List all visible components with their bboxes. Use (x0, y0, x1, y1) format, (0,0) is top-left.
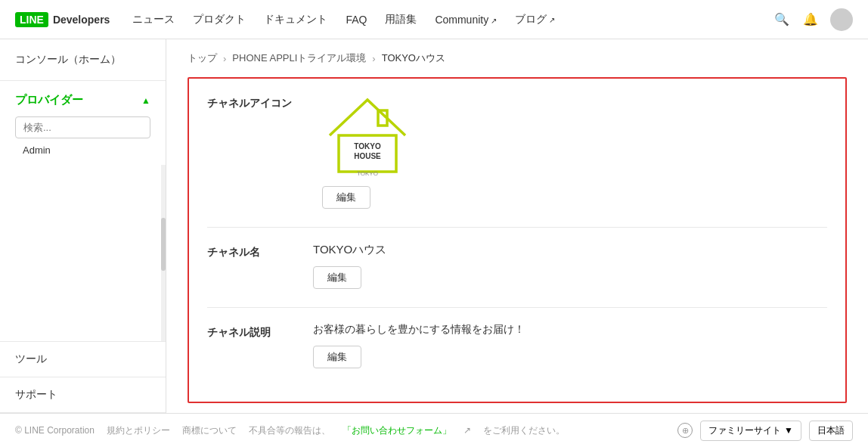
channel-name-content: TOKYOハウス 編集 (313, 243, 386, 289)
main-content: トップ › PHONE APPLIトライアル環境 › TOKYOハウス チャネル… (166, 39, 868, 413)
footer: © LINE Corporation 規約とポリシー 商標について 不具合等の報… (0, 413, 868, 447)
globe-icon[interactable]: ⊕ (677, 423, 693, 438)
channel-desc-edit-button[interactable]: 編集 (313, 346, 361, 368)
sidebar-bottom: ツール サポート (0, 341, 166, 413)
channel-icon-image: TOKYO HOUSE TOKYO (322, 94, 413, 177)
top-navigation: LINE Developers ニュース プロダクト ドキュメント FAQ 用語… (0, 0, 868, 39)
content-box: チャネルアイコン TOKYO (188, 77, 847, 403)
nav-right: 🔍 🔔 (773, 8, 853, 31)
nav-faq[interactable]: FAQ (346, 14, 367, 26)
search-icon[interactable]: 🔍 (773, 11, 791, 29)
footer-policy-link[interactable]: 規約とポリシー (107, 424, 170, 437)
scrollbar-thumb[interactable] (161, 218, 166, 271)
svg-text:TOKYO: TOKYO (354, 142, 381, 151)
logo[interactable]: LINE Developers (15, 12, 110, 27)
breadcrumb-top[interactable]: トップ (188, 51, 217, 65)
avatar[interactable] (830, 8, 853, 31)
nav-product[interactable]: プロダクト (193, 13, 246, 26)
channel-icon-content: TOKYO HOUSE TOKYO 編集 (322, 94, 413, 209)
language-button[interactable]: 日本語 (809, 421, 853, 441)
sidebar-support[interactable]: サポート (0, 377, 166, 413)
sidebar-tool[interactable]: ツール (0, 342, 166, 377)
breadcrumb: トップ › PHONE APPLIトライアル環境 › TOKYOハウス (188, 51, 847, 65)
channel-name-edit-button[interactable]: 編集 (313, 266, 361, 289)
channel-desc-content: お客様の暮らしを豊かにする情報をお届け！ 編集 (313, 323, 525, 368)
footer-copyright: © LINE Corporation (15, 425, 95, 436)
nav-docs[interactable]: ドキュメント (264, 13, 327, 26)
breadcrumb-sep-2: › (372, 53, 375, 64)
footer-trademark-link[interactable]: 商標について (182, 424, 237, 437)
nav-news[interactable]: ニュース (132, 13, 175, 26)
channel-icon-label: チャネルアイコン (207, 94, 292, 110)
breadcrumb-sep-1: › (223, 53, 226, 64)
channel-desc-label: チャネル説明 (207, 323, 283, 340)
scrollbar-track (161, 165, 166, 341)
developers-logo-text: Developers (53, 14, 110, 26)
chevron-down-icon: ▼ (784, 425, 793, 436)
channel-name-label: チャネル名 (207, 243, 283, 259)
nav-community[interactable]: Community (435, 14, 497, 26)
sidebar-admin-item[interactable]: Admin (15, 138, 150, 159)
nav-blog[interactable]: ブログ (515, 13, 555, 26)
sidebar: コンソール（ホーム） プロバイダー ▲ Admin ツール サポート (0, 39, 166, 413)
channel-desc-section: チャネル説明 お客様の暮らしを豊かにする情報をお届け！ 編集 (207, 323, 827, 368)
channel-icon-section: チャネルアイコン TOKYO (207, 94, 827, 209)
svg-text:TOKYO: TOKYO (357, 170, 378, 177)
chevron-up-icon[interactable]: ▲ (141, 95, 150, 106)
nav-glossary[interactable]: 用語集 (385, 13, 417, 26)
footer-right: ⊕ ファミリーサイト ▼ 日本語 (677, 421, 853, 441)
sidebar-provider-title: プロバイダー ▲ (15, 93, 150, 107)
sidebar-search-input[interactable] (15, 116, 150, 138)
channel-icon-edit-button[interactable]: 編集 (322, 186, 370, 209)
notification-icon[interactable]: 🔔 (801, 11, 820, 29)
breadcrumb-phoneappli[interactable]: PHONE APPLIトライアル環境 (232, 51, 366, 65)
nav-links: ニュース プロダクト ドキュメント FAQ 用語集 Community ブログ (132, 13, 773, 26)
channel-desc-value: お客様の暮らしを豊かにする情報をお届け！ (313, 323, 525, 337)
footer-contact-link[interactable]: 「お問い合わせフォーム」 (343, 424, 451, 437)
main-layout: コンソール（ホーム） プロバイダー ▲ Admin ツール サポート トップ ›… (0, 39, 868, 413)
family-site-label: ファミリーサイト (708, 424, 781, 437)
family-site-button[interactable]: ファミリーサイト ▼ (700, 421, 801, 441)
sidebar-scroll-area (0, 165, 166, 341)
footer-notice-text: 不具合等の報告は、 (249, 424, 330, 437)
breadcrumb-current: TOKYOハウス (382, 51, 445, 65)
channel-name-value: TOKYOハウス (313, 243, 386, 257)
sidebar-provider-section: プロバイダー ▲ Admin (0, 81, 166, 165)
line-logo: LINE (15, 12, 48, 27)
footer-notice-suffix: をご利用ください。 (483, 424, 565, 437)
footer-contact-ext: ↗ (463, 425, 471, 436)
channel-name-section: チャネル名 TOKYOハウス 編集 (207, 243, 827, 289)
divider-1 (207, 227, 827, 228)
sidebar-home[interactable]: コンソール（ホーム） (0, 39, 166, 81)
divider-2 (207, 307, 827, 308)
svg-text:HOUSE: HOUSE (354, 152, 381, 160)
